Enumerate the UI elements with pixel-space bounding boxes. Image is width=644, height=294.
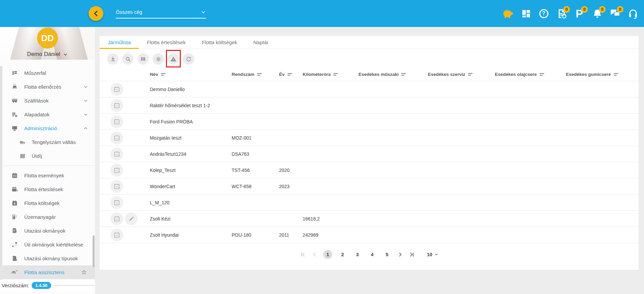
sort-icon[interactable] bbox=[540, 72, 544, 77]
company-select[interactable]: Összes cég bbox=[116, 9, 206, 19]
dashboard-grid-icon[interactable] bbox=[520, 7, 532, 20]
help-icon[interactable]: ? bbox=[538, 7, 549, 20]
calendar-button[interactable] bbox=[110, 148, 123, 160]
sidebar-item-szallitasok[interactable]: Szállítások bbox=[0, 94, 95, 108]
page-number[interactable]: 5 bbox=[382, 250, 392, 259]
sidebar-collapse-button[interactable] bbox=[89, 6, 103, 21]
fuel-pump-icon: Ff bbox=[11, 214, 18, 220]
prev-page-button[interactable] bbox=[311, 252, 317, 258]
table-row[interactable]: Demmo Daniello bbox=[100, 81, 639, 97]
calendar-button[interactable] bbox=[110, 229, 123, 241]
notifications-bell-icon[interactable]: 0 bbox=[591, 7, 603, 20]
table-row[interactable]: AndrásTeszt1234 DSA763 bbox=[100, 146, 639, 162]
headset-support-icon[interactable] bbox=[627, 7, 639, 20]
table-row[interactable]: Mozgatás teszt MOZ-001 bbox=[100, 130, 639, 146]
sort-icon[interactable] bbox=[333, 72, 338, 77]
table-row[interactable]: Kolep_Teszt TST-456 2020 bbox=[100, 162, 639, 178]
svg-text:f: f bbox=[16, 214, 17, 218]
svg-text:F: F bbox=[13, 217, 14, 219]
columns-button[interactable] bbox=[137, 53, 149, 65]
topbar-icon-group: ? 0 P 0 0 0 bbox=[502, 0, 639, 27]
route-icon bbox=[11, 241, 18, 248]
sidebar-item-flotta-ellenorzes[interactable]: Flotta ellenőrzés bbox=[0, 80, 95, 94]
page-size-select[interactable]: 10 bbox=[427, 252, 439, 257]
sidebar-item-adminisztracio[interactable]: Adminisztráció bbox=[0, 121, 95, 135]
calendar-button[interactable] bbox=[110, 99, 123, 112]
settings-gear-button[interactable] bbox=[152, 53, 164, 65]
warning-triangle-button[interactable] bbox=[168, 53, 179, 65]
next-page-button[interactable] bbox=[397, 252, 403, 258]
calendar-button[interactable] bbox=[110, 83, 123, 96]
badge-count: 0 bbox=[599, 6, 606, 13]
sidebar-item-utazasi-okmany-tipusok[interactable]: Utazási okmány típusok bbox=[0, 252, 95, 265]
table-row[interactable]: Ford Fusion PRÓBA bbox=[100, 114, 639, 130]
sidebar: DD Demo Dániel Műszerfal Flotta ellenőrz… bbox=[0, 27, 95, 294]
sidebar-item-alapadatok[interactable]: Alapadatok bbox=[0, 108, 95, 121]
page-number[interactable]: 3 bbox=[353, 250, 362, 259]
sidebar-item-uti-okmanyok-kiertekelese[interactable]: Úti okmányok kiértékelése bbox=[0, 238, 95, 252]
last-page-button[interactable] bbox=[409, 252, 415, 258]
page-number[interactable]: 4 bbox=[368, 250, 377, 259]
messages-icon[interactable]: 0 bbox=[609, 7, 621, 20]
parking-icon[interactable]: P 0 bbox=[574, 7, 585, 20]
sidebar-menu: Műszerfal Flotta ellenőrzés Szállítások bbox=[0, 66, 95, 279]
cell-name: Ford Fusion PRÓBA bbox=[150, 119, 232, 124]
sort-icon[interactable] bbox=[287, 72, 292, 77]
edit-pencil-button[interactable] bbox=[125, 212, 138, 225]
sidebar-item-tengelyszam-valtas[interactable]: Tengelyszám váltás bbox=[0, 135, 95, 149]
sidebar-item-flotta-koltsegek[interactable]: $ Flotta költségek bbox=[0, 196, 95, 210]
sort-icon[interactable] bbox=[468, 72, 473, 77]
cell-plate: MOZ-001 bbox=[232, 135, 279, 141]
download-button[interactable] bbox=[107, 53, 118, 65]
table-row[interactable]: L_M_120 bbox=[100, 195, 639, 211]
tab-jarmulista[interactable]: Járműlista bbox=[100, 36, 139, 49]
avatar[interactable]: DD bbox=[37, 28, 58, 49]
calendar-button[interactable] bbox=[110, 115, 123, 128]
chevron-down-icon bbox=[63, 52, 68, 57]
table-row[interactable]: Zsolt Hyundai POU-180 2011 242989 bbox=[100, 227, 639, 243]
calendar-button[interactable] bbox=[110, 131, 123, 144]
chevron-down-icon bbox=[83, 84, 88, 89]
sidebar-item-flotta-ertesitesek[interactable]: Flotta értesítések bbox=[0, 182, 95, 196]
piggy-bank-icon[interactable] bbox=[502, 7, 514, 20]
help-glyph: ? bbox=[542, 10, 545, 17]
sidebar-item-utdij[interactable]: Útdíj bbox=[0, 149, 95, 163]
sidebar-item-utazasi-okmanyok[interactable]: Utazási okmányok bbox=[0, 224, 95, 238]
calendar-button[interactable] bbox=[110, 212, 123, 225]
table-row[interactable]: WonderCart WCT-658 2023 bbox=[100, 178, 639, 195]
sidebar-item-muszerfal[interactable]: Műszerfal bbox=[0, 66, 95, 80]
sort-icon[interactable] bbox=[257, 72, 262, 77]
sidebar-item-uzemanyagar[interactable]: Ff Üzemanyagár bbox=[0, 210, 95, 224]
calendar-button[interactable] bbox=[110, 164, 123, 177]
cell-plate: POU-180 bbox=[232, 232, 279, 238]
user-menu[interactable]: Demo Dániel bbox=[0, 51, 95, 58]
refresh-button[interactable] bbox=[183, 53, 194, 65]
sort-icon[interactable] bbox=[161, 72, 166, 77]
calendar-button[interactable] bbox=[110, 196, 123, 209]
chevron-up-icon bbox=[83, 126, 88, 131]
pagination: 1 2 3 4 5 10 bbox=[100, 250, 639, 259]
cell-name: L_M_120 bbox=[150, 200, 232, 205]
table-body: Demmo Daniello Raktér hőmérséklet teszt … bbox=[100, 81, 639, 243]
first-page-button[interactable] bbox=[300, 252, 306, 258]
search-button[interactable] bbox=[122, 53, 134, 65]
table-row[interactable]: Zsolt Kézi 16618,2 bbox=[100, 211, 639, 227]
table-row[interactable]: Raktér hőmérséklet teszt 1-2 bbox=[100, 97, 639, 114]
car-check-icon bbox=[11, 269, 18, 275]
sidebar-item-flotta-esemenyek[interactable]: Flotta események bbox=[0, 169, 95, 182]
calendar-button[interactable] bbox=[110, 180, 123, 193]
tab-flotta-koltsegek[interactable]: Flotta költségek bbox=[194, 36, 245, 49]
sidebar-scrollbar-thumb[interactable] bbox=[93, 235, 95, 267]
chevron-down-icon bbox=[83, 112, 88, 117]
tab-naptar[interactable]: Naptár bbox=[245, 36, 276, 49]
page-number[interactable]: 1 bbox=[323, 250, 332, 259]
tab-flotta-ertesitesek[interactable]: Flotta értesítések bbox=[139, 36, 194, 49]
sidebar-item-flotta-asszisztens[interactable]: Flotta asszisztens ☆ bbox=[0, 265, 95, 279]
star-favorite-icon[interactable]: ☆ bbox=[81, 269, 87, 275]
divider bbox=[54, 285, 95, 286]
document-sync-icon[interactable]: 0 bbox=[556, 7, 567, 20]
page-number[interactable]: 2 bbox=[338, 250, 347, 259]
user-name: Demo Dániel bbox=[27, 51, 60, 58]
sort-icon[interactable] bbox=[614, 72, 618, 77]
sort-icon[interactable] bbox=[401, 72, 406, 77]
